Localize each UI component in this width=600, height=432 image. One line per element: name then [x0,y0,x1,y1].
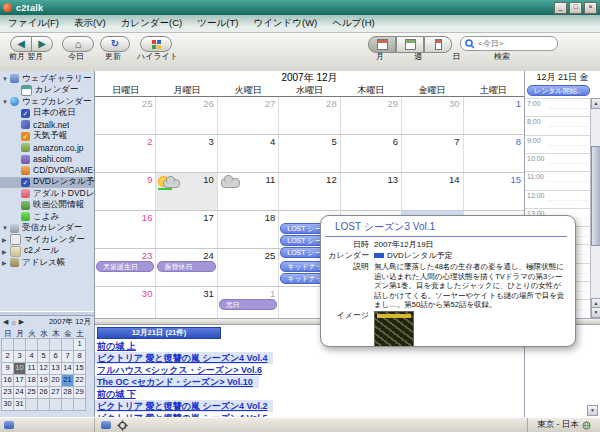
sidebar-item[interactable]: ✓日本の祝日 [0,108,94,120]
hour-row[interactable]: 9:00 [525,135,591,154]
scroll-down-icon[interactable]: ▼ [591,307,600,318]
day-cell[interactable]: 1元日 [218,287,279,318]
disclosure-open-icon[interactable]: ▼ [2,99,10,105]
sidebar-item[interactable]: 映画公開情報 [0,200,94,212]
sidebar-item[interactable]: ▶c2メール [0,246,94,258]
gear-icon[interactable] [117,420,128,431]
maximize-button[interactable]: □ [569,2,582,14]
day-cell[interactable]: 30 [95,287,156,318]
search-input[interactable] [478,39,542,48]
day-cell[interactable]: 10 [156,173,217,210]
list-item-link[interactable]: 前の城 上 [95,340,142,352]
calendar-mode-icon[interactable] [4,421,14,429]
day-cell[interactable]: 5 [279,135,340,172]
list-item-link[interactable]: ビクトリア 愛と復讐の嵐 シーズン4 Vol.2 [95,400,273,412]
sidebar-item-label: 天気予報 [33,131,67,143]
sidebar-item[interactable]: ✓DVDレンタル予定 [0,177,94,189]
day-cell[interactable]: 28 [279,97,340,134]
minimize-button[interactable]: _ [554,2,567,14]
sidebar-item[interactable]: ▼ウェブギャラリー [0,73,94,85]
day-cell[interactable]: 15 [464,173,524,210]
prev-month-button[interactable]: ◀ [10,36,32,52]
disclosure-closed-icon[interactable]: ▶ [2,259,10,266]
day-cell[interactable]: 23天皇誕生日 [95,249,156,286]
sidebar-item[interactable]: c2talk.net [0,119,94,131]
list-item-link[interactable]: フルハウス <シックス・シーズン> Vol.6 [95,364,268,376]
menu-item-4[interactable]: ウインドウ(W) [253,17,317,30]
day-cell[interactable]: 1 [464,97,524,134]
disclosure-closed-icon[interactable]: ▶ [2,236,10,243]
search-box[interactable] [460,36,558,51]
day-cell[interactable]: 7 [402,135,463,172]
sidebar-item[interactable]: CD/DVD/GAME発.. [0,165,94,177]
sidebar-item[interactable]: ▶マイカレンダー [0,234,94,246]
day-cell[interactable]: 2 [95,135,156,172]
sidebar-item[interactable]: ✓天気予報 [0,131,94,143]
scrollbar-thumb[interactable] [591,146,600,246]
day-cell[interactable]: 29 [341,97,402,134]
day-cell[interactable]: 6 [341,135,402,172]
today-button[interactable]: ⌂ [62,36,94,52]
day-panel-scrollbar[interactable]: ▲ ▲ ▼ [590,98,600,318]
day-panel-event[interactable]: レンタル開始.. [527,85,590,96]
day-cell[interactable]: 14 [402,173,463,210]
event-pill[interactable]: 元日 [219,299,277,310]
scroll-up-icon[interactable]: ▲ [591,98,600,109]
day-cell[interactable]: 3 [156,135,217,172]
close-button[interactable]: × [584,2,597,14]
day-cell[interactable]: 8 [464,135,524,172]
menu-item-5[interactable]: ヘルプ(H) [332,17,374,30]
menu-item-3[interactable]: ツール(T) [197,17,238,30]
list-mode-icon[interactable] [101,421,111,429]
disclosure-open-icon[interactable]: ▼ [2,225,10,231]
sidebar-item[interactable]: アダルトDVDレンタル.. [0,188,94,200]
day-cell[interactable]: 31 [156,287,217,318]
day-cell[interactable]: 27 [218,97,279,134]
day-cell[interactable]: 25 [218,249,279,286]
sidebar-item[interactable]: こよみ [0,211,94,223]
sidebar-item[interactable]: ▶アドレス帳 [0,257,94,269]
day-cell[interactable]: 30 [402,97,463,134]
event-pill[interactable]: 振替休日 [157,261,215,272]
sidebar-item[interactable]: amazon.co.jp [0,142,94,154]
day-cell[interactable]: 12 [279,173,340,210]
menu-item-0[interactable]: ファイル(F) [8,17,59,30]
sidebar-item[interactable]: ▼ウェブカレンダー [0,96,94,108]
day-cell[interactable]: 4 [218,135,279,172]
menu-item-2[interactable]: カレンダー(C) [121,17,183,30]
refresh-button[interactable]: ↻ [100,36,130,52]
scroll-down-icon[interactable]: ▼ [587,405,598,416]
gallery-icon [10,74,19,83]
day-cell[interactable]: 26 [156,97,217,134]
disclosure-open-icon[interactable]: ▼ [2,76,10,82]
day-cell[interactable]: 11 [218,173,279,210]
disclosure-closed-icon[interactable]: ▶ [2,248,10,255]
day-cell[interactable]: 13 [341,173,402,210]
event-pill[interactable]: 天皇誕生日 [96,261,154,272]
day-cell[interactable]: 9 [95,173,156,210]
globe-icon [10,97,19,106]
hour-row[interactable]: 10:00 [525,153,591,172]
day-cell[interactable]: 24振替休日 [156,249,217,286]
menu-item-1[interactable]: 表示(V) [74,17,106,30]
hour-row[interactable]: 12:00 [525,190,591,209]
list-item-link[interactable]: 前の城 下 [95,388,142,400]
hour-row[interactable]: 8:00 [525,116,591,135]
hour-row[interactable]: 11:00 [525,171,591,190]
highlight-button[interactable] [140,36,172,52]
sidebar-item[interactable]: ▼受信カレンダー [0,223,94,235]
day-cell[interactable]: 25 [95,97,156,134]
sidebar-item[interactable]: asahi.com [0,154,94,166]
hour-row[interactable]: 7:00 [525,98,591,117]
day-cell[interactable]: 17 [156,211,217,248]
list-item-link[interactable]: ビクトリア 愛と復讐の嵐 シーズン4 Vol.4 [95,352,273,364]
sidebar-item[interactable]: カレンダー [0,85,94,97]
next-month-button[interactable]: ▶ [31,36,53,52]
day-cell[interactable]: 16 [95,211,156,248]
mini-prev-icon[interactable]: ◀ [3,318,8,326]
day-cell[interactable]: 18 [218,211,279,248]
mini-home-icon[interactable]: ⌂ [11,319,15,326]
list-item-link[interactable]: The OC <セカンド・シーズン> Vol.10 [95,376,259,388]
day-number: 2 [147,136,152,147]
mini-next-icon[interactable]: ▶ [19,318,24,326]
